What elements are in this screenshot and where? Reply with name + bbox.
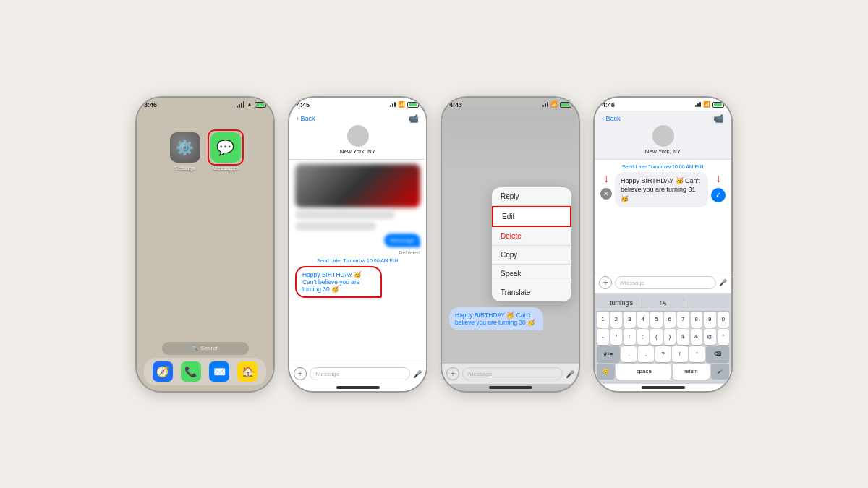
back-button[interactable]: ‹ Back	[297, 115, 315, 122]
back-button-4[interactable]: ‹ Back	[602, 115, 621, 122]
mic-button-4[interactable]: 🎤	[719, 279, 727, 286]
send-later-label: Send Later Tomorrow 10:00 AM Edit	[295, 258, 420, 263]
key-slash[interactable]: /	[610, 329, 623, 345]
settings-icon[interactable]: ⚙️	[170, 132, 200, 163]
edited-message-bubble[interactable]: Happy BIRTHDAY 🥳 Can't believe you are t…	[615, 172, 708, 208]
messages-app[interactable]: 💬 Messages	[210, 132, 241, 171]
key-2[interactable]: 2	[610, 312, 623, 328]
menu-edit[interactable]: Edit	[492, 206, 571, 227]
blurred-image	[295, 164, 420, 207]
key-dollar[interactable]: $	[677, 329, 689, 345]
key-7[interactable]: 7	[677, 312, 689, 328]
video-call-button-4[interactable]: 📹	[713, 114, 724, 124]
mail-dock-icon[interactable]: ✉️	[209, 361, 229, 382]
edited-message-text: Happy BIRTHDAY 🥳 Can't believe you are t…	[621, 177, 700, 202]
key-8[interactable]: 8	[691, 312, 703, 328]
key-delete[interactable]: ⌫	[706, 346, 729, 362]
phone4: 4:46 📶 ‹ Back 📹 New Yor	[593, 96, 733, 393]
left-arrows: ↓ ✕	[600, 172, 612, 200]
search-bar[interactable]: 🔍 Search	[162, 342, 249, 355]
messages-icon[interactable]: 💬	[210, 132, 241, 163]
edit-link[interactable]: Edit	[390, 258, 399, 263]
signal-icon-2	[390, 102, 396, 107]
key-symbols[interactable]: #+=	[597, 346, 620, 362]
settings-app[interactable]: ⚙️ Settings	[170, 132, 200, 171]
cancel-bubble-button[interactable]: ✕	[600, 188, 612, 200]
autocomplete-0[interactable]: turning's	[601, 299, 642, 307]
key-9[interactable]: 9	[704, 312, 716, 328]
battery-icon-3	[560, 102, 571, 108]
home-dock-icon[interactable]: 🏠	[237, 361, 258, 382]
scheduled-bubble: Happy BIRTHDAY 🥳 Can't believe you are t…	[295, 266, 382, 298]
time-1: 3:46	[144, 101, 157, 108]
key-apostrophe[interactable]: '	[689, 346, 705, 362]
mic-button-3[interactable]: 🎤	[566, 370, 574, 378]
key-emoji[interactable]: 😊	[597, 364, 615, 380]
signal-battery-3: 📶	[542, 101, 571, 108]
battery-fill-4	[714, 103, 722, 106]
key-lparen[interactable]: (	[650, 329, 663, 345]
key-semi[interactable]: ;	[637, 329, 650, 345]
key-3[interactable]: 3	[624, 312, 636, 328]
symbol-row: - / : ; ( ) $ & @ "	[597, 329, 729, 345]
edited-bubble-row: ↓ ✕ Happy BIRTHDAY 🥳 Can't believe you a…	[600, 172, 726, 208]
video-call-button[interactable]: 📹	[408, 114, 419, 124]
key-exclaim[interactable]: !	[672, 346, 687, 362]
key-dash[interactable]: -	[597, 329, 609, 345]
signal-icon-3	[542, 102, 548, 107]
key-5[interactable]: 5	[650, 312, 663, 328]
mic-button[interactable]: 🎤	[413, 370, 422, 378]
menu-delete[interactable]: Delete	[492, 227, 571, 246]
add-button-4[interactable]: +	[599, 276, 612, 289]
key-colon[interactable]: :	[624, 329, 636, 345]
confirm-edit-button[interactable]: ✓	[711, 188, 726, 202]
key-return[interactable]: return	[673, 364, 710, 380]
imessage-placeholder: iMessage	[315, 371, 339, 377]
menu-speak[interactable]: Speak	[492, 265, 571, 283]
key-comma[interactable]: ,	[638, 346, 653, 362]
key-quote[interactable]: "	[718, 329, 730, 345]
menu-copy[interactable]: Copy	[492, 246, 571, 265]
key-at[interactable]: @	[704, 329, 716, 345]
add-button-3[interactable]: +	[446, 367, 459, 380]
key-4[interactable]: 4	[637, 312, 650, 328]
menu-translate[interactable]: Translate	[492, 283, 571, 301]
key-question[interactable]: ?	[655, 346, 671, 362]
key-period[interactable]: .	[621, 346, 637, 362]
context-menu-screen: Reply Edit Delete Copy Speak T	[442, 111, 579, 391]
send-later-text-4: Send Later	[622, 164, 647, 169]
send-later-banner: Send Later Tomorrow 10:00 AM Edit	[600, 164, 726, 169]
safari-dock-icon[interactable]: 🧭	[153, 361, 173, 382]
key-1[interactable]: 1	[597, 312, 609, 328]
key-6[interactable]: 6	[664, 312, 676, 328]
third-row: #+= . , ? ! ' ⌫	[597, 346, 729, 362]
imessage-input-4[interactable]: iMessage	[615, 276, 716, 289]
scheduled-message: Happy BIRTHDAY 🥳 Can't believe you are t…	[302, 271, 362, 293]
phone3: 4:43 📶 Reply	[441, 96, 580, 393]
wifi-icon-3: 📶	[550, 101, 558, 108]
signal-battery-4: 📶	[695, 101, 724, 108]
autocomplete-1[interactable]: ↑A	[642, 299, 683, 307]
menu-reply[interactable]: Reply	[492, 187, 571, 206]
context-message-text: Happy BIRTHDAY 🥳 Can't believe you are t…	[455, 312, 535, 326]
signal-icon-4	[695, 102, 701, 107]
bar2	[239, 104, 240, 108]
phone-dock-icon[interactable]: 📞	[181, 361, 201, 382]
imessage-field-3[interactable]: iMessage	[462, 367, 563, 380]
key-0[interactable]: 0	[718, 312, 730, 328]
battery-fill-2	[409, 103, 417, 106]
status-bar-4: 4:46 📶	[595, 98, 731, 111]
battery-icon-2	[407, 102, 419, 108]
key-amp[interactable]: &	[691, 329, 703, 345]
imessage-placeholder-4: iMessage	[620, 280, 644, 286]
key-rparen[interactable]: )	[664, 329, 676, 345]
edit-link-4[interactable]: Edit	[695, 164, 704, 169]
app-icons-row: ⚙️ Settings 💬 Messages	[137, 118, 273, 171]
contact-avatar-4	[652, 125, 674, 147]
key-space[interactable]: space	[616, 364, 671, 380]
key-mic[interactable]: 🎤	[711, 364, 729, 380]
phone1: 3:46 ▲ ⚙️ Settings	[135, 96, 275, 393]
add-button[interactable]: +	[294, 367, 307, 380]
imessage-input[interactable]: iMessage	[310, 367, 410, 380]
messages-body: iMessage Delivered Send Later Tomorrow 1…	[289, 160, 426, 364]
